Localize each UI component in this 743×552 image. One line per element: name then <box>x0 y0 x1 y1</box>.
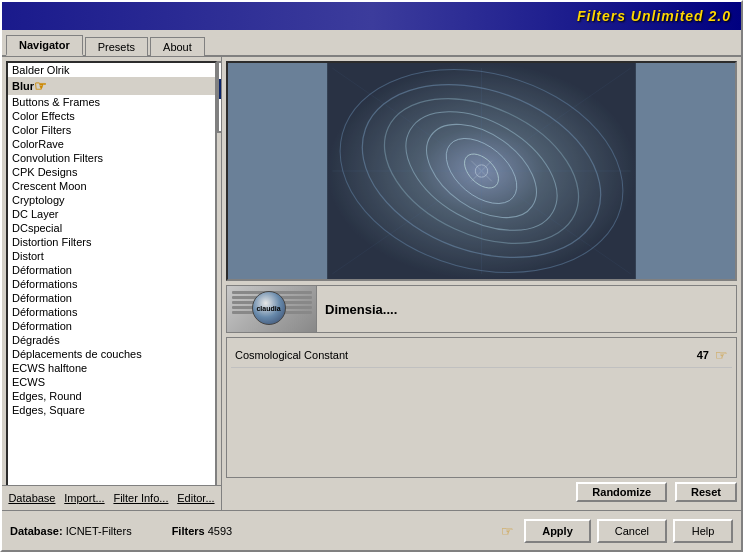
nav-item-degrades[interactable]: Dégradés <box>8 333 215 347</box>
nav-item-buttons[interactable]: Buttons & Frames <box>8 95 215 109</box>
help-button[interactable]: Help <box>673 519 733 543</box>
tab-presets[interactable]: Presets <box>85 37 148 56</box>
preview-image <box>228 63 735 279</box>
cancel-button[interactable]: Cancel <box>597 519 667 543</box>
nav-item-edges-square[interactable]: Edges, Square <box>8 403 215 417</box>
nav-item-deformation3[interactable]: Déformation <box>8 319 215 333</box>
tab-bar: Navigator Presets About <box>2 30 741 57</box>
plugin-info-row: claudia Dimensia.... <box>226 285 737 333</box>
main-window: Filters Unlimited 2.0 Navigator Presets … <box>0 0 743 552</box>
nav-item-ecws[interactable]: ECWS <box>8 375 215 389</box>
blur-arrow-icon: ☞ <box>34 78 52 94</box>
logo-graphic: claudia <box>232 289 312 329</box>
status-filters: Filters 4593 <box>172 525 233 537</box>
nav-item-color-filters[interactable]: Color Filters <box>8 123 215 137</box>
param-row-cosmological: Cosmological Constant 47 ☞ <box>231 342 732 368</box>
main-content: Balder Olrik Blur ☞ Buttons & Frames Col… <box>2 57 741 510</box>
sub-item-alias-blur[interactable]: Alias Blur... <box>219 63 221 79</box>
sub-item-transblur[interactable]: TransBlur... <box>219 99 221 115</box>
nav-item-deformations1[interactable]: Déformations <box>8 277 215 291</box>
param-arrow-icon: ☞ <box>715 347 728 363</box>
title-text: Filters Unlimited 2.0 <box>577 8 731 24</box>
nav-item-blur[interactable]: Blur ☞ <box>8 77 215 95</box>
bottom-buttons: ☞ Apply Cancel Help <box>501 519 733 543</box>
left-panel: Balder Olrik Blur ☞ Buttons & Frames Col… <box>2 57 222 510</box>
param-value-cosmological: 47 <box>679 349 709 361</box>
nav-item-colorrave[interactable]: ColorRave <box>8 137 215 151</box>
editor-button[interactable]: Editor... <box>173 490 218 506</box>
database-label: Database: <box>10 525 63 537</box>
nav-item-convolution[interactable]: Convolution Filters <box>8 151 215 165</box>
sub-item-vertigo[interactable]: Vertigo... <box>219 115 221 131</box>
nav-item-crescent[interactable]: Crescent Moon <box>8 179 215 193</box>
right-toolbar: Randomize Reset <box>226 478 737 506</box>
nav-item-deformations2[interactable]: Déformations <box>8 305 215 319</box>
randomize-button[interactable]: Randomize <box>576 482 667 502</box>
tab-navigator[interactable]: Navigator <box>6 35 83 56</box>
plugin-logo: claudia <box>227 286 317 332</box>
nav-item-cryptology[interactable]: Cryptology <box>8 193 215 207</box>
nav-item-color-effects[interactable]: Color Effects <box>8 109 215 123</box>
nav-item-deplacements[interactable]: Déplacements de couches <box>8 347 215 361</box>
preview-area <box>226 61 737 281</box>
filter-info-button[interactable]: Filter Info... <box>109 490 172 506</box>
nav-item-dcspecial[interactable]: DCspecial <box>8 221 215 235</box>
database-button[interactable]: Database <box>4 490 59 506</box>
tab-about[interactable]: About <box>150 37 205 56</box>
nav-item-dc-layer[interactable]: DC Layer <box>8 207 215 221</box>
status-bar: Database: ICNET-Filters Filters 4593 ☞ A… <box>2 510 741 550</box>
nav-item-deformation2[interactable]: Déformation <box>8 291 215 305</box>
nav-list[interactable]: Balder Olrik Blur ☞ Buttons & Frames Col… <box>6 61 217 485</box>
apply-arrow-icon: ☞ <box>501 523 514 539</box>
logo-globe: claudia <box>252 291 286 325</box>
reset-button[interactable]: Reset <box>675 482 737 502</box>
left-toolbar: Database Import... Filter Info... Editor… <box>2 485 221 510</box>
sub-item-dimensia[interactable]: Dimensia.... ☞ <box>219 79 221 99</box>
import-button[interactable]: Import... <box>60 490 108 506</box>
sub-list-panel: Alias Blur... Dimensia.... ☞ TransBlur..… <box>217 61 221 133</box>
status-database: Database: ICNET-Filters <box>10 525 132 537</box>
nav-item-distortion[interactable]: Distortion Filters <box>8 235 215 249</box>
nav-item-ecws-halftone[interactable]: ECWS halftone <box>8 361 215 375</box>
param-label-cosmological: Cosmological Constant <box>235 349 679 361</box>
params-area: Cosmological Constant 47 ☞ <box>226 337 737 478</box>
nav-item-distort[interactable]: Distort <box>8 249 215 263</box>
apply-button[interactable]: Apply <box>524 519 591 543</box>
filters-label: Filters <box>172 525 205 537</box>
nav-item-deformation1[interactable]: Déformation <box>8 263 215 277</box>
nav-item-balder[interactable]: Balder Olrik <box>8 63 215 77</box>
title-bar: Filters Unlimited 2.0 <box>2 2 741 30</box>
nav-item-cpk[interactable]: CPK Designs <box>8 165 215 179</box>
plugin-name: Dimensia.... <box>317 298 736 321</box>
nav-item-edges-round[interactable]: Edges, Round <box>8 389 215 403</box>
filters-value: 4593 <box>208 525 232 537</box>
right-panel: claudia Dimensia.... Cosmological Consta… <box>222 57 741 510</box>
list-container: Balder Olrik Blur ☞ Buttons & Frames Col… <box>2 57 221 485</box>
database-value: ICNET-Filters <box>66 525 132 537</box>
